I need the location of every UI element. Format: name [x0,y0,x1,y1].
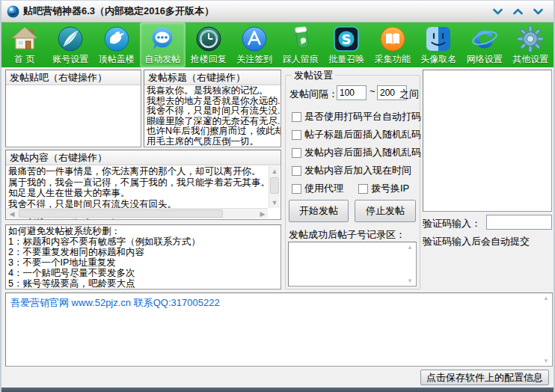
list-item[interactable]: 也许N年后我们擦肩而过，彼此却... [147,126,279,137]
captcha-input-label: 验证码输入： [423,217,481,230]
list-item[interactable]: 我舍不得，只是时间只有流失没... [147,106,279,117]
content-horizontal-scrollbar[interactable]: ◀ ▶ [7,208,268,218]
record-area-label: 发帖成功后帖子号记录区： [289,228,405,242]
checkbox-auto-captcha[interactable]: 是否使用打码平台自动打码 [292,110,421,123]
checkbox-title-random[interactable]: 帖子标题后面插入随机乱码 [292,128,421,141]
tips-line: 如何避免发帖被系统秒删： [8,226,278,236]
toolbar-item-account-settings[interactable]: 账号设置 [48,22,94,67]
app-icon [7,5,19,18]
list-item[interactable]: 我喜欢你。是我独家的记忆。 [147,86,279,97]
captcha-input[interactable] [486,215,552,230]
toolbar-item-network-settings[interactable]: 网络设置 [462,22,508,67]
title-list-header: 发帖标题（右键操作） [144,70,280,85]
title-list-items: 我喜欢你。是我独家的记忆。 我想去的地方是否就是你永远的... 我舍不得，只是时… [144,85,280,147]
toolbar-item-label: 关注签到 [236,54,272,64]
maximize-button[interactable] [511,6,524,18]
checkbox-icon[interactable] [292,148,301,158]
checkbox-content-random[interactable]: 发帖内容后面插入随机乱码 [292,146,421,159]
interval-suffix: 之间 [399,88,419,101]
content-textarea[interactable]: 发帖内容（右键操作） 最痛苦的一件事情是，你无法离开的那个人，却可以离开你。 属… [5,150,281,220]
stocking-icon [286,24,316,54]
svg-text:S: S [342,31,352,47]
gear-icon [515,24,545,54]
checkbox-use-proxy[interactable]: 使用代理 [292,182,343,195]
interval-label: 发帖间隔： [289,88,338,101]
checkbox-content-time[interactable]: 发帖内容后加入现在时间 [292,164,411,177]
list-item[interactable]: 我想去的地方是否就是你永远的... [147,97,279,107]
checkbox-label: 拨号换IP [371,182,409,195]
minimize-button[interactable] [491,6,504,18]
log-scrollbar[interactable]: ▲▼ [542,295,551,364]
title-listbox[interactable]: 发帖标题（右键操作） 我喜欢你。是我独家的记忆。 我想去的地方是否就是你永远的.… [144,70,281,147]
tips-line: 4：一个贴吧号尽量不要发多次 [8,268,278,278]
captcha-image-box [423,70,552,212]
checkbox-icon[interactable] [292,130,301,140]
checkbox-icon[interactable] [358,184,368,194]
toolbar-item-floor-reply[interactable]: 抢楼回复 [185,22,232,67]
checkbox-label: 使用代理 [304,182,343,195]
toolbar-item-home[interactable]: 首 页 [1,22,48,67]
tips-line: 1：标题和内容不要有敏感字（例如联系方式） [8,236,278,247]
toolbar-item-collect[interactable]: 采集功能 [370,22,416,67]
window-title: 贴吧营销神器6.3（内部稳定2016多开版本） [23,4,214,18]
tieba-list-header: 发帖贴吧（右键操作） [6,70,141,85]
toolbar-item-avatar-name[interactable]: 头像取名 [416,22,462,67]
app-window: 贴吧营销神器6.3（内部稳定2016多开版本） [0,0,555,392]
tips-line: 3：不要一个IP地址重复发 [8,257,278,268]
skype-icon: S [331,24,361,54]
start-post-button[interactable]: 开始发帖 [289,200,349,222]
toolbar-item-label: 头像取名 [420,54,456,64]
content-header: 发帖内容（右键操作） [6,150,280,165]
post-id-record-area[interactable]: ▲▼ [288,242,417,287]
checkbox-label: 发帖内容后加入现在时间 [304,164,411,177]
content-line: 最痛苦的一件事情是，你无法离开的那个人，却可以离开你。 [8,166,267,177]
checkbox-dial-ip[interactable]: 拨号换IP [358,182,409,195]
close-button[interactable] [531,6,545,18]
home-icon [10,24,40,54]
post-settings-title: 发帖设置 [292,69,335,82]
log-link-text[interactable]: 吾爱营销官网 www.52pjz.cn 联系QQ:317005222 [6,293,552,313]
save-config-button[interactable]: 点击保存软件上的配置信息 [420,370,549,385]
checkbox-icon[interactable] [292,112,301,122]
toolbar-item-label: 踩人留痕 [283,54,319,64]
toolbar-item-batch-summon[interactable]: S 批量召唤 [324,22,370,67]
tieba-listbox[interactable]: 发帖贴吧（右键操作） [5,70,141,147]
stop-post-button[interactable]: 停止发帖 [355,200,416,222]
book-icon [378,24,408,54]
scroll-down-icon[interactable]: ▼ [269,197,280,208]
scroll-up-icon[interactable]: ▲ [269,166,280,177]
record-scrollbar[interactable]: ▲▼ [405,244,414,284]
tips-line: 2：不要重复发相同的标题和内容 [8,247,278,257]
toolbar-item-top-post[interactable]: 顶帖盖楼 [93,22,140,67]
toolbar-item-other-settings[interactable]: 其他设置 [508,22,554,67]
toolbar-item-label: 采集功能 [375,54,411,64]
checkbox-icon[interactable] [292,166,301,176]
window-controls [491,1,545,22]
content-vertical-scrollbar[interactable]: ▲ ▼ [269,166,280,208]
log-area[interactable]: 吾爱营销官网 www.52pjz.cn 联系QQ:317005222 ▲▼ [5,293,553,367]
captcha-hint: 验证码输入后会自动提交 [423,235,530,248]
scrollbar-thumb[interactable] [270,177,279,194]
toolbar-item-auto-post[interactable]: 自动发帖 [140,22,186,67]
scroll-left-icon[interactable]: ◀ [7,209,17,219]
scroll-right-icon[interactable]: ▶ [257,209,268,219]
toolbar-item-label: 网络设置 [467,54,503,64]
feather-icon [55,24,85,54]
content-line: 知足是人生在世最大的幸事。 [8,188,267,199]
post-settings-group: 发帖设置 发帖间隔： ~ 之间 是否使用打码平台自动打码 帖子标题后面插入随机乱… [285,75,420,290]
title-bar: 贴吧营销神器6.3（内部稳定2016多开版本） [1,1,554,22]
clock-icon [194,24,224,54]
interval-min-input[interactable] [337,85,367,100]
checkbox-icon[interactable] [292,184,301,194]
toolbar-item-follow-signin[interactable]: 关注签到 [232,22,278,67]
list-item[interactable]: 眼瞳里除了深邃的无奈还有无尽... [147,117,279,127]
finder-icon [423,24,453,54]
toolbar-item-label: 顶帖盖楼 [99,54,135,64]
scrollbar-thumb[interactable] [19,209,223,218]
appstore-icon [239,24,269,54]
toolbar-item-step-trace[interactable]: 踩人留痕 [278,22,324,67]
toolbar-item-label: 首 页 [14,54,34,64]
list-item[interactable]: 用毛主席的气质压倒一切。 [147,137,279,147]
checkbox-label: 发帖内容后面插入随机乱码 [304,146,421,159]
tips-line: 5：账号等级要高，吧龄要大点 [8,278,278,289]
